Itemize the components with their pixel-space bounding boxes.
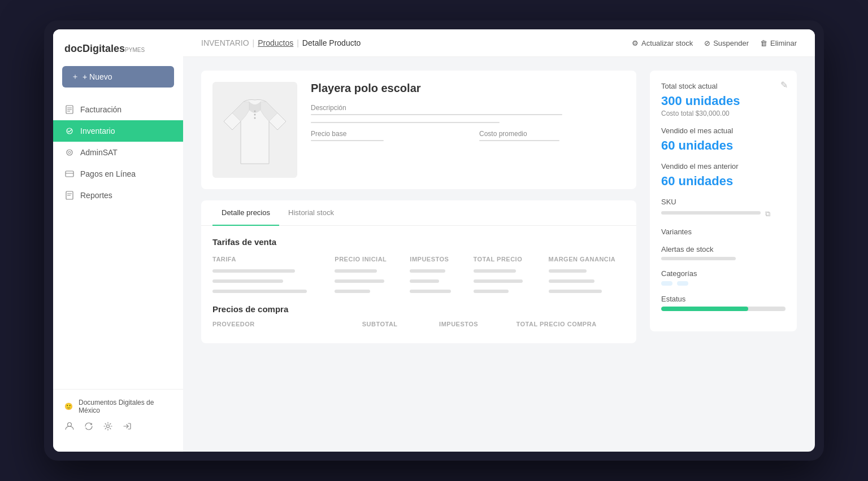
- pagos-label: Pagos en Línea: [80, 169, 136, 178]
- polo-shirt-svg: [218, 88, 292, 172]
- logo: docDigitalesPYMES: [64, 43, 172, 55]
- th-margen: MARGEN GANANCIA: [549, 256, 625, 263]
- suspender-label: Suspender: [713, 39, 749, 47]
- costo-promedio-group: Costo promedio: [479, 130, 625, 148]
- categorias-section: Categorías: [661, 269, 785, 286]
- svg-point-16: [254, 114, 256, 116]
- sidebar-item-reportes[interactable]: Reportes: [53, 185, 183, 206]
- product-title: Playera polo escolar: [311, 82, 625, 95]
- vendido-mes-actual-label: Vendido el mes actual: [661, 126, 785, 135]
- th-tarifa: TARIFA: [212, 256, 330, 263]
- svg-point-15: [254, 111, 256, 112]
- logout-icon[interactable]: [122, 421, 132, 434]
- refresh-icon[interactable]: [84, 421, 94, 434]
- th-total-compra: TOTAL PRECIO COMPRA: [516, 321, 625, 327]
- descripcion-line: [311, 114, 562, 115]
- cell: [474, 290, 509, 293]
- th-total-precio: TOTAL PRECIO: [474, 256, 544, 263]
- suspender-button[interactable]: ⊘ Suspender: [704, 39, 749, 47]
- adminsat-icon: [64, 147, 75, 158]
- right-panel: ✎ Total stock actual 300 unidades Costo …: [650, 71, 797, 438]
- pagos-icon: [64, 169, 75, 179]
- cell: [549, 269, 587, 273]
- eliminar-button[interactable]: 🗑 Eliminar: [760, 39, 797, 47]
- actualizar-stock-button[interactable]: ⚙ Actualizar stock: [632, 39, 693, 47]
- th-subtotal: SUBTOTAL: [362, 321, 435, 327]
- cell: [212, 279, 283, 283]
- tarifas-title: Tarifas de venta: [212, 237, 625, 247]
- svg-point-6: [68, 151, 71, 154]
- copy-icon[interactable]: ⧉: [765, 209, 770, 218]
- user-icon[interactable]: [64, 421, 75, 434]
- actualizar-label: Actualizar stock: [641, 39, 693, 47]
- reportes-label: Reportes: [80, 191, 112, 200]
- product-card: Playera polo escolar Descripción Precio …: [201, 71, 636, 189]
- table-row: [212, 279, 625, 283]
- estatus-section: Estatus: [661, 295, 785, 311]
- vendido-mes-anterior-value: 60 unidades: [661, 174, 785, 189]
- sidebar-item-inventario[interactable]: Inventario: [53, 120, 183, 142]
- total-stock-value: 300 unidades: [661, 94, 785, 108]
- alertas-line: [661, 257, 736, 260]
- svg-point-13: [107, 425, 110, 428]
- cell: [335, 279, 384, 283]
- sku-line: [661, 211, 761, 215]
- sku-section: SKU ⧉: [661, 198, 785, 218]
- total-stock-section: Total stock actual 300 unidades Costo to…: [661, 82, 785, 117]
- estatus-label: Estatus: [661, 295, 785, 303]
- adminsat-label: AdminSAT: [80, 148, 118, 157]
- tarifas-table-header: TARIFA PRECIO INICIAL IMPUESTOS TOTAL PR…: [212, 256, 625, 263]
- vendido-mes-anterior-section: Vendido el mes anterior 60 unidades: [661, 162, 785, 189]
- plus-icon: ＋: [71, 72, 79, 82]
- descripcion-line2: [311, 122, 500, 123]
- categorias-label: Categorías: [661, 269, 785, 278]
- sku-label: SKU: [661, 198, 785, 206]
- alertas-label: Alertas de stock: [661, 245, 785, 253]
- main-content: INVENTARIO | Productos | Detalle Product…: [183, 29, 815, 452]
- breadcrumb-productos[interactable]: Productos: [258, 38, 293, 47]
- sidebar-item-pagos[interactable]: Pagos en Línea: [53, 163, 183, 185]
- top-bar: INVENTARIO | Productos | Detalle Product…: [183, 29, 815, 57]
- costo-promedio-label: Costo promedio: [479, 130, 625, 138]
- cell: [212, 290, 307, 293]
- main-nav: Facturación Inventario AdminSAT: [53, 99, 183, 206]
- inventario-icon: [64, 126, 75, 136]
- tab-detalle-precios[interactable]: Detalle precios: [212, 200, 279, 226]
- page-body: Playera polo escolar Descripción Precio …: [183, 57, 815, 452]
- precio-base-group: Precio base: [311, 130, 457, 148]
- cell: [410, 290, 451, 293]
- sidebar-bottom-icons: [64, 421, 172, 434]
- costo-total: Costo total $30,000.00: [661, 110, 785, 117]
- smile-icon: 🙂: [64, 403, 73, 410]
- category-badge-1: [661, 281, 672, 286]
- gear-icon[interactable]: [103, 421, 113, 434]
- descripcion-label: Descripción: [311, 104, 625, 112]
- table-row: [212, 290, 625, 293]
- vendido-mes-actual-value: 60 unidades: [661, 138, 785, 153]
- estatus-fill: [661, 307, 748, 311]
- tab-historial-stock[interactable]: Historial stock: [279, 200, 343, 226]
- breadcrumb-detalle: Detalle Producto: [302, 38, 361, 47]
- total-stock-label: Total stock actual: [661, 82, 785, 90]
- inventario-label: Inventario: [80, 126, 115, 135]
- sidebar-item-adminsat[interactable]: AdminSAT: [53, 142, 183, 163]
- breadcrumb-sep2: |: [297, 38, 299, 47]
- product-info: Playera polo escolar Descripción Precio …: [311, 82, 625, 148]
- edit-icon[interactable]: ✎: [780, 80, 788, 90]
- left-panel: Playera polo escolar Descripción Precio …: [201, 71, 636, 438]
- cell: [549, 279, 594, 283]
- logo-doc: doc: [64, 43, 83, 54]
- breadcrumb: INVENTARIO | Productos | Detalle Product…: [201, 38, 361, 47]
- sidebar-user: 🙂 Documentos Digitales de México: [64, 399, 172, 414]
- alertas-section: Alertas de stock: [661, 245, 785, 260]
- cell: [212, 269, 295, 273]
- logo-digitales: Digitales: [83, 43, 125, 54]
- nuevo-label: + Nuevo: [83, 72, 112, 81]
- cell: [410, 269, 445, 273]
- th-impuestos: IMPUESTOS: [410, 256, 468, 263]
- cell: [474, 279, 523, 283]
- sidebar-item-facturacion[interactable]: Facturación: [53, 99, 183, 120]
- suspender-icon: ⊘: [704, 39, 710, 47]
- cell: [474, 269, 516, 273]
- nuevo-button[interactable]: ＋ + Nuevo: [62, 66, 174, 88]
